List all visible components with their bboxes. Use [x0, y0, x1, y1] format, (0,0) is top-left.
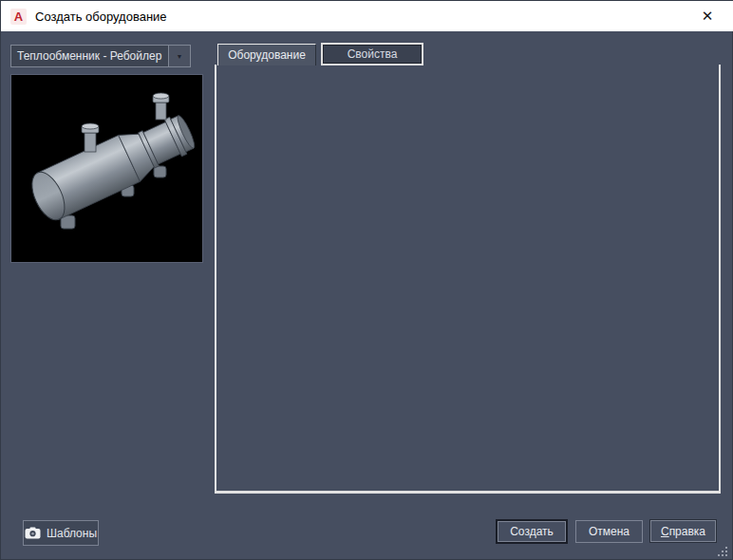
- tab-equipment[interactable]: Оборудование: [217, 44, 316, 65]
- reboiler-render: [11, 75, 202, 262]
- equipment-type-combobox[interactable]: Теплообменник - Ребойлер ▼: [10, 45, 191, 67]
- tab-content-area: [215, 65, 721, 494]
- tab-equipment-label: Оборудование: [228, 48, 306, 62]
- dialog-title: Создать оборудование: [35, 9, 167, 24]
- equipment-3d-preview: [10, 74, 203, 263]
- create-equipment-dialog: A Создать оборудование ✕ Теплообменник -…: [0, 0, 733, 560]
- chevron-down-icon[interactable]: ▼: [168, 46, 190, 66]
- camera-icon: [25, 527, 41, 539]
- cancel-button[interactable]: Отмена: [575, 520, 643, 543]
- tab-properties-label: Свойства: [348, 47, 398, 61]
- titlebar: A Создать оборудование ✕: [1, 1, 733, 31]
- nozzle-2: [153, 93, 169, 120]
- help-button[interactable]: Справка: [649, 519, 717, 543]
- autocad-logo-icon: A: [10, 9, 27, 25]
- dropdown-arrow-glyph: ▼: [177, 53, 183, 60]
- help-label: Справка: [661, 525, 705, 538]
- create-label: Создать: [510, 525, 554, 538]
- tab-properties[interactable]: Свойства: [321, 43, 423, 65]
- create-button[interactable]: Создать: [496, 519, 568, 544]
- close-icon[interactable]: ✕: [688, 1, 726, 30]
- templates-button[interactable]: Шаблоны: [23, 520, 99, 546]
- templates-label: Шаблоны: [47, 527, 97, 540]
- equipment-type-value: Теплообменник - Ребойлер: [11, 49, 168, 63]
- cancel-label: Отмена: [589, 525, 630, 538]
- resize-grip[interactable]: [717, 544, 728, 555]
- nozzle-1: [82, 123, 99, 152]
